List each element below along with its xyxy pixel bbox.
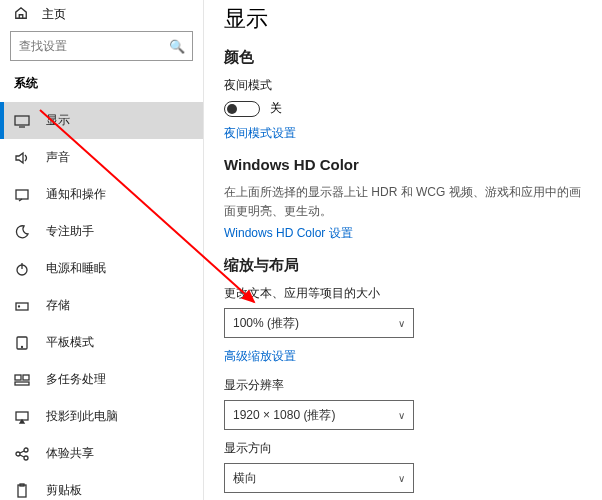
chevron-down-icon: ∨ [398, 318, 405, 329]
sidebar-item-label: 显示 [46, 112, 70, 129]
sidebar-item-label: 存储 [46, 297, 70, 314]
sidebar-item-label: 平板模式 [46, 334, 94, 351]
sidebar-nav: 显示 声音 通知和操作 专注助手 电源和睡眠 存储 平板模式 多任务处理 投影到… [0, 102, 203, 500]
svg-rect-0 [15, 116, 29, 125]
night-mode-link[interactable]: 夜间模式设置 [224, 125, 582, 142]
sidebar-item-multitask[interactable]: 多任务处理 [0, 361, 203, 398]
resolution-value: 1920 × 1080 (推荐) [233, 407, 335, 424]
sidebar-item-projecting[interactable]: 投影到此电脑 [0, 398, 203, 435]
svg-point-13 [24, 456, 28, 460]
sidebar-category: 系统 [0, 71, 203, 102]
svg-point-12 [24, 448, 28, 452]
resolution-select[interactable]: 1920 × 1080 (推荐) ∨ [224, 400, 414, 430]
sidebar-item-storage[interactable]: 存储 [0, 287, 203, 324]
sidebar-item-sound[interactable]: 声音 [0, 139, 203, 176]
svg-rect-1 [16, 190, 28, 199]
hdr-link[interactable]: Windows HD Color 设置 [224, 225, 582, 242]
sidebar-home[interactable]: 主页 [0, 0, 203, 31]
sidebar-item-label: 剪贴板 [46, 482, 82, 499]
sidebar-item-label: 投影到此电脑 [46, 408, 118, 425]
sidebar-item-label: 专注助手 [46, 223, 94, 240]
storage-icon [14, 298, 30, 314]
main-content: 显示 颜色 夜间模式 关 夜间模式设置 Windows HD Color 在上面… [204, 0, 602, 500]
section-hdr: Windows HD Color [224, 156, 582, 173]
section-scale: 缩放与布局 [224, 256, 582, 275]
search-icon: 🔍 [169, 39, 185, 54]
sidebar-item-shared[interactable]: 体验共享 [0, 435, 203, 472]
orientation-value: 横向 [233, 470, 257, 487]
search-input[interactable] [19, 39, 169, 53]
svg-point-11 [16, 452, 20, 456]
tablet-icon [14, 335, 30, 351]
sidebar-item-display[interactable]: 显示 [0, 102, 203, 139]
night-mode-toggle[interactable] [224, 101, 260, 117]
hdr-desc: 在上面所选择的显示器上让 HDR 和 WCG 视频、游戏和应用中的画面更明亮、更… [224, 183, 582, 221]
svg-rect-10 [16, 412, 28, 420]
sidebar-item-label: 体验共享 [46, 445, 94, 462]
svg-point-4 [19, 306, 20, 307]
sidebar-item-label: 声音 [46, 149, 70, 166]
sidebar-item-label: 多任务处理 [46, 371, 106, 388]
power-icon [14, 261, 30, 277]
sound-icon [14, 150, 30, 166]
sidebar-item-clipboard[interactable]: 剪贴板 [0, 472, 203, 500]
night-mode-state: 关 [270, 100, 282, 117]
clipboard-icon [14, 483, 30, 499]
svg-rect-8 [23, 375, 29, 380]
svg-point-6 [22, 346, 23, 347]
svg-rect-3 [16, 303, 28, 310]
sidebar: 主页 🔍 系统 显示 声音 通知和操作 专注助手 电源和睡眠 存储 平板模式 多… [0, 0, 204, 500]
share-icon [14, 446, 30, 462]
night-mode-row: 关 [224, 100, 582, 117]
resolution-label: 显示分辨率 [224, 377, 582, 394]
home-icon [14, 6, 28, 23]
svg-rect-9 [15, 382, 29, 385]
notification-icon [14, 187, 30, 203]
search-wrap: 🔍 [0, 31, 203, 71]
sidebar-item-label: 电源和睡眠 [46, 260, 106, 277]
sidebar-home-label: 主页 [42, 6, 66, 23]
sidebar-item-focus[interactable]: 专注助手 [0, 213, 203, 250]
search-box[interactable]: 🔍 [10, 31, 193, 61]
chevron-down-icon: ∨ [398, 473, 405, 484]
scale-select[interactable]: 100% (推荐) ∨ [224, 308, 414, 338]
svg-rect-7 [15, 375, 21, 380]
sidebar-item-tablet[interactable]: 平板模式 [0, 324, 203, 361]
sidebar-item-power[interactable]: 电源和睡眠 [0, 250, 203, 287]
orientation-label: 显示方向 [224, 440, 582, 457]
svg-rect-14 [18, 485, 26, 497]
night-mode-label: 夜间模式 [224, 77, 582, 94]
project-icon [14, 409, 30, 425]
page-title: 显示 [224, 4, 582, 34]
multitask-icon [14, 372, 30, 388]
section-color: 颜色 [224, 48, 582, 67]
scale-value: 100% (推荐) [233, 315, 299, 332]
sidebar-item-label: 通知和操作 [46, 186, 106, 203]
scale-label: 更改文本、应用等项目的大小 [224, 285, 582, 302]
advanced-scale-link[interactable]: 高级缩放设置 [224, 348, 582, 365]
moon-icon [14, 224, 30, 240]
orientation-select[interactable]: 横向 ∨ [224, 463, 414, 493]
monitor-icon [14, 113, 30, 129]
sidebar-item-notifications[interactable]: 通知和操作 [0, 176, 203, 213]
chevron-down-icon: ∨ [398, 410, 405, 421]
